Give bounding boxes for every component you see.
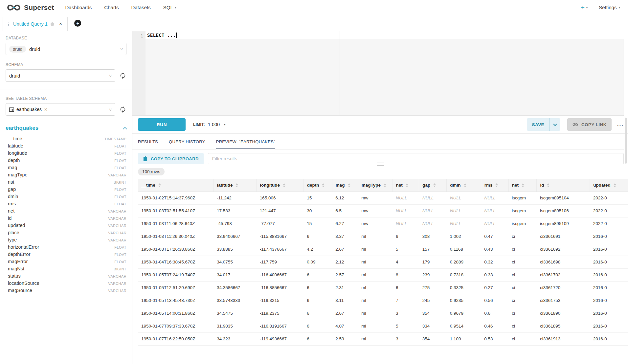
close-icon[interactable]: × xyxy=(59,21,62,27)
table-header-cell-rms[interactable]: rms xyxy=(481,179,508,192)
caret-down-icon: ▾ xyxy=(224,123,226,126)
save-button[interactable]: SAVE xyxy=(527,118,550,131)
sort-up-icon xyxy=(348,183,350,185)
table-cell: 2.67 xyxy=(332,307,358,320)
limit-control[interactable]: LIMIT: 1 000 ▾ xyxy=(193,122,226,127)
table-header-cell-nst[interactable]: nst xyxy=(392,179,419,192)
sql-editor[interactable]: 1 SELECT ... xyxy=(132,31,624,116)
table-cell: NULL xyxy=(419,217,447,230)
nav-item-charts[interactable]: Charts xyxy=(104,5,119,10)
table-header-cell-time[interactable]: __time xyxy=(138,179,213,192)
editor-code-area[interactable]: SELECT ... xyxy=(146,31,624,115)
column-header-label: dmin xyxy=(450,183,460,188)
table-header-cell-gap[interactable]: gap xyxy=(419,179,447,192)
nav-item-datasets[interactable]: Datasets xyxy=(131,5,151,10)
copy-link-button[interactable]: COPY LINK xyxy=(567,118,612,131)
column-header-label: magType xyxy=(362,183,381,188)
table-cell: ci xyxy=(508,268,537,281)
table-header-cell-depth[interactable]: depth xyxy=(303,179,332,192)
sort-icon[interactable] xyxy=(522,183,524,187)
column-type: FLOAT xyxy=(114,159,126,163)
superset-logo[interactable]: Superset xyxy=(7,3,54,12)
table-cell: 1.002 xyxy=(447,230,481,243)
table-cell: 2016-0 xyxy=(590,294,628,307)
table-header-cell-longitude[interactable]: longitude xyxy=(257,179,304,192)
sort-icon[interactable] xyxy=(547,183,550,187)
table-cell: 308 xyxy=(419,230,447,243)
pane-resize-handle[interactable] xyxy=(375,162,385,166)
column-name: locationSource xyxy=(8,281,39,286)
new-item-button[interactable]: + ▾ xyxy=(581,4,588,11)
table-select[interactable]: earthquakes ✕ ∨ xyxy=(6,103,115,116)
filter-results-input[interactable] xyxy=(208,153,624,164)
tab-results[interactable]: RESULTS xyxy=(138,134,158,149)
schema-select[interactable]: druid ∨ xyxy=(6,69,115,82)
column-header-label: mag xyxy=(336,183,345,188)
table-header-cell-net[interactable]: net xyxy=(508,179,537,192)
table-header-cell-id[interactable]: id xyxy=(537,179,590,192)
refresh-table-button[interactable] xyxy=(119,106,126,113)
database-select[interactable]: druid druid ∨ xyxy=(6,43,126,55)
table-cell: 34.0755 xyxy=(213,256,257,268)
table-cell: 354 xyxy=(419,332,447,345)
schema-column-row: idVARCHAR xyxy=(6,216,126,223)
table-cell: 2.59 xyxy=(332,332,358,345)
remove-table-icon[interactable]: ✕ xyxy=(44,107,48,112)
sort-icon[interactable] xyxy=(236,183,238,187)
table-cell: -119.4936667 xyxy=(257,332,304,345)
sort-icon[interactable] xyxy=(406,183,408,187)
table-cell: 1950-01-04T16:38:45.670Z xyxy=(138,256,213,268)
copy-to-clipboard-button[interactable]: COPY TO CLIPBOARD xyxy=(138,153,204,164)
sort-icon[interactable] xyxy=(384,183,386,187)
schema-column-row: placeVARCHAR xyxy=(6,230,126,237)
refresh-schema-button[interactable] xyxy=(119,72,126,79)
table-header-cell-magtype[interactable]: magType xyxy=(358,179,392,192)
tab-preview-earthquakes[interactable]: PREVIEW: `EARTHQUAKES` xyxy=(216,134,275,149)
save-options-button[interactable] xyxy=(550,118,560,131)
clipboard-icon xyxy=(143,156,148,161)
sort-icon[interactable] xyxy=(158,183,161,187)
sort-icon[interactable] xyxy=(614,183,616,187)
new-query-tab-button[interactable]: + xyxy=(74,20,81,27)
table-cell: 6 xyxy=(303,320,332,332)
table-header-inner: mag xyxy=(336,183,358,188)
sort-icon[interactable] xyxy=(495,183,498,187)
drag-handle-icon[interactable]: ⋮ xyxy=(6,22,10,27)
column-header-label: net xyxy=(512,183,519,188)
sort-icon[interactable] xyxy=(348,183,350,187)
tab-query-history[interactable]: QUERY HISTORY xyxy=(169,134,205,149)
table-header-cell-mag[interactable]: mag xyxy=(332,179,358,192)
nav-item-dashboards[interactable]: Dashboards xyxy=(65,5,92,10)
table-header-cell-updated[interactable]: updated xyxy=(590,179,628,192)
sort-icon[interactable] xyxy=(322,183,325,187)
collapse-chevron-up-icon[interactable] xyxy=(123,127,127,131)
run-button[interactable]: RUN xyxy=(138,118,186,131)
query-tab[interactable]: ⋮ Untitled Query 1 × xyxy=(3,17,68,31)
chevron-down-icon xyxy=(553,122,557,126)
table-cell: mw xyxy=(358,204,392,217)
more-options-button[interactable]: ... xyxy=(617,121,624,128)
table-cell: NULL xyxy=(481,204,508,217)
column-header-label: id xyxy=(540,183,544,188)
table-cell: 2016-0 xyxy=(590,307,628,320)
column-type: FLOAT xyxy=(114,202,126,206)
vertical-scrollbar-thumb[interactable] xyxy=(625,118,627,164)
sort-up-icon xyxy=(384,183,386,185)
schema-column-row: dminFLOAT xyxy=(6,194,126,201)
table-cell: 2.12 xyxy=(332,256,358,268)
chevron-down-icon: ∨ xyxy=(108,107,112,112)
table-cell: 17.533 xyxy=(213,204,257,217)
table-header-cell-dmin[interactable]: dmin xyxy=(447,179,481,192)
table-cell: ml xyxy=(358,294,392,307)
table-header-cell-latitude[interactable]: latitude xyxy=(213,179,257,192)
table-cell: 6.27 xyxy=(332,217,358,230)
table-cell: NULL xyxy=(419,204,447,217)
sort-icon[interactable] xyxy=(433,183,436,187)
nav-item-sql[interactable]: SQL▾ xyxy=(163,5,176,10)
table-row: 1950-01-04T16:38:45.670Z34.0755-117.7590… xyxy=(138,256,628,268)
sort-icon[interactable] xyxy=(464,183,466,187)
sort-icon[interactable] xyxy=(283,183,285,187)
settings-menu[interactable]: Settings ▾ xyxy=(599,5,620,10)
table-cell: ml xyxy=(358,332,392,345)
table-cell: 0.3325 xyxy=(447,281,481,294)
